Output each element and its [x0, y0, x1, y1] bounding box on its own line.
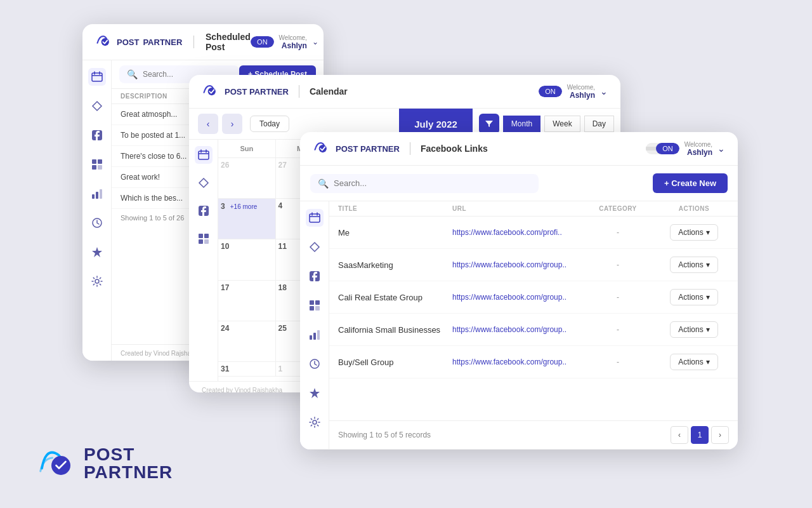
win3-toggle-on-label[interactable]: ON	[656, 143, 679, 154]
win3-logo-area: POST PARTNER Facebook Links	[313, 140, 488, 157]
win3-sidebar-clock-icon[interactable]	[306, 355, 324, 373]
win3-sidebar-chart-icon[interactable]	[306, 326, 324, 344]
win3-search-input[interactable]	[334, 178, 531, 188]
win2-toggle[interactable]: ON	[539, 86, 562, 97]
svg-rect-1	[92, 73, 102, 81]
win3-chevron-down-icon[interactable]: ⌄	[717, 144, 725, 154]
actions-button-3[interactable]: Actions ▾	[670, 289, 717, 305]
win3-toggle[interactable]: ON	[646, 143, 679, 154]
more-events-badge[interactable]: +16 more	[227, 203, 261, 211]
svg-rect-27	[315, 300, 320, 305]
link-url-3[interactable]: https://www.facebook.com/group..	[452, 293, 577, 302]
actions-button-4[interactable]: Actions ▾	[670, 321, 717, 338]
win2-chevron-down-icon[interactable]: ⌄	[600, 86, 608, 97]
win3-logo-icon	[313, 140, 331, 157]
win3-search-icon: 🔍	[318, 178, 329, 189]
sidebar-icon-settings[interactable]	[88, 272, 106, 290]
cal-cell[interactable]: 26	[218, 158, 276, 199]
cal-cell[interactable]: 31	[218, 362, 276, 377]
cal-cell[interactable]: 17	[218, 281, 276, 321]
win3-toggle-off[interactable]	[646, 147, 656, 150]
win3-header: POST PARTNER Facebook Links ON Welcome, …	[300, 132, 738, 166]
link-title-2: SaasMarketing	[338, 260, 452, 270]
cal-sidebar-grid-icon[interactable]	[195, 230, 213, 248]
actions-chevron-3: ▾	[706, 293, 710, 302]
pagination-controls: ‹ 1 ›	[671, 426, 729, 444]
cal-cell[interactable]: 24	[218, 321, 276, 362]
win3-sidebar-facebook-icon[interactable]	[306, 267, 324, 285]
win3-welcome: Welcome, Ashlyn	[684, 141, 712, 157]
svg-point-35	[313, 420, 317, 424]
links-row-3: Cali Real Estate Group https://www.faceb…	[329, 281, 738, 314]
win1-header-right: ON Welcome, Ashlyn ⌄	[251, 34, 318, 50]
toggle-on-label[interactable]: ON	[251, 36, 274, 48]
link-url-1[interactable]: https://www.facebook.com/profi..	[452, 228, 577, 237]
sidebar-icon-calendar[interactable]	[88, 68, 106, 86]
actions-button-2[interactable]: Actions ▾	[670, 257, 717, 273]
pagination-next-button[interactable]: ›	[711, 426, 729, 444]
actions-chevron-2: ▾	[706, 260, 710, 269]
sidebar-icon-diamond[interactable]	[88, 97, 106, 115]
cal-day-view-button[interactable]: Day	[584, 116, 614, 132]
chevron-down-icon[interactable]: ⌄	[312, 37, 318, 46]
actions-button-1[interactable]: Actions ▾	[670, 224, 717, 241]
link-url-2[interactable]: https://www.facebook.com/group..	[452, 260, 577, 269]
cal-prev-button[interactable]: ‹	[198, 114, 218, 134]
win1-sidebar	[82, 60, 112, 361]
cal-today-button[interactable]: Today	[250, 116, 289, 132]
link-url-5[interactable]: https://www.facebook.com/group..	[452, 358, 577, 366]
win3-sidebar-star-icon[interactable]	[306, 384, 324, 402]
cal-cell[interactable]: 3 +16 more	[218, 199, 276, 239]
logo-text2: PARTNER	[143, 37, 182, 47]
pagination-page-1-button[interactable]: 1	[691, 426, 709, 444]
cal-next-button[interactable]: ›	[222, 114, 242, 134]
svg-marker-2	[93, 102, 102, 110]
cal-sidebar-facebook-icon[interactable]	[195, 202, 213, 220]
svg-rect-29	[315, 306, 320, 311]
cal-sidebar-diamond-icon[interactable]	[195, 174, 213, 192]
link-category-2: -	[577, 260, 659, 269]
win3-sidebar-calendar-icon[interactable]	[306, 209, 324, 227]
link-title-1: Me	[338, 228, 452, 237]
win2-user-name: Ashlyn	[570, 91, 595, 100]
svg-rect-18	[199, 234, 203, 238]
sidebar-icon-clock[interactable]	[88, 214, 106, 232]
actions-chevron-5: ▾	[706, 358, 710, 366]
sidebar-icon-facebook[interactable]	[88, 126, 106, 144]
win2-logo-icon	[202, 83, 219, 100]
col-title-header: TITLE	[338, 205, 452, 212]
win3-sidebar-settings-icon[interactable]	[306, 413, 324, 431]
svg-rect-5	[98, 159, 102, 164]
cal-week-view-button[interactable]: Week	[544, 116, 580, 132]
cal-month-view-button[interactable]: Month	[503, 116, 540, 132]
win3-sidebar-grid-icon[interactable]	[306, 297, 324, 314]
cal-sidebar-calendar-icon[interactable]	[195, 146, 213, 164]
link-category-5: -	[577, 358, 659, 366]
actions-chevron-4: ▾	[706, 325, 710, 334]
link-actions-3: Actions ▾	[659, 289, 729, 305]
svg-rect-21	[204, 239, 209, 244]
win2-page-title: Calendar	[310, 86, 348, 97]
logo-icon	[95, 33, 113, 51]
win3-sidebar-diamond-icon[interactable]	[306, 238, 324, 256]
toggle-switch[interactable]: ON	[251, 36, 274, 48]
actions-label-2: Actions	[678, 260, 703, 269]
sidebar-icon-chart[interactable]	[88, 185, 106, 203]
sidebar-icon-grid[interactable]	[88, 156, 106, 173]
svg-marker-24	[310, 243, 319, 251]
cal-filter-button[interactable]	[479, 114, 499, 134]
link-category-1: -	[577, 228, 659, 237]
pagination-prev-button[interactable]: ‹	[671, 426, 688, 444]
cal-cell[interactable]: 10	[218, 239, 276, 280]
actions-button-5[interactable]: Actions ▾	[670, 354, 717, 370]
link-url-4[interactable]: https://www.facebook.com/group..	[452, 325, 577, 334]
sidebar-icon-star[interactable]	[88, 243, 106, 261]
win1-page-title: Scheduled Post	[206, 32, 251, 52]
day-sun: Sun	[218, 140, 276, 157]
win3-logo-text: POST PARTNER	[336, 144, 400, 154]
win2-welcome: Welcome, Ashlyn	[567, 84, 595, 100]
win2-toggle-label[interactable]: ON	[539, 86, 562, 97]
create-new-button[interactable]: + Create New	[653, 173, 728, 193]
svg-rect-15	[199, 151, 209, 159]
link-actions-5: Actions ▾	[659, 354, 729, 370]
